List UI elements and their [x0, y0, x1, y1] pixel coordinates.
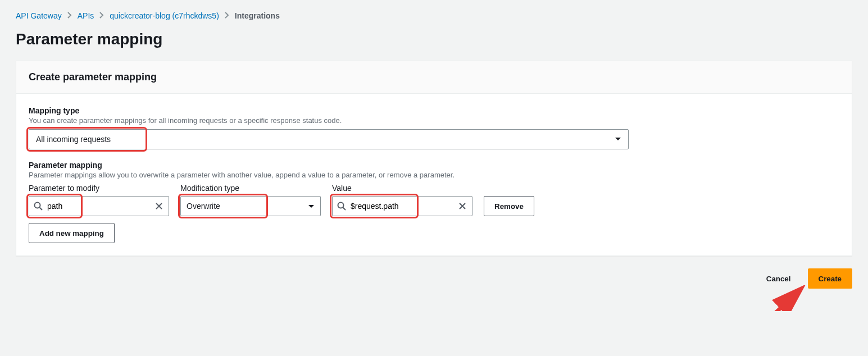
page-title: Parameter mapping [16, 30, 852, 48]
breadcrumb-link-apis[interactable]: APIs [78, 11, 94, 20]
modification-type-value: Overwrite [187, 202, 220, 211]
col-label-modification: Modification type [180, 184, 321, 193]
parameter-mapping-label: Parameter mapping [29, 161, 839, 170]
remove-mapping-button[interactable]: Remove [484, 196, 534, 216]
mapping-type-value: All incoming requests [36, 135, 111, 144]
svg-line-4 [772, 290, 800, 311]
parameter-mapping-description: Parameter mappings allow you to overwrit… [29, 171, 839, 179]
clear-parameter-button[interactable] [154, 201, 164, 211]
mapping-type-select[interactable]: All incoming requests [29, 129, 629, 149]
breadcrumb: API Gateway APIs quickcreator-blog (c7rh… [16, 11, 852, 20]
close-icon [458, 202, 466, 210]
create-parameter-mapping-panel: Create parameter mapping Mapping type Yo… [16, 61, 852, 256]
create-button[interactable]: Create [808, 268, 853, 289]
svg-line-1 [40, 208, 43, 211]
mapping-type-field: Mapping type You can create parameter ma… [29, 106, 839, 149]
value-input-wrap[interactable] [332, 196, 472, 216]
cancel-button[interactable]: Cancel [756, 268, 801, 289]
parameter-to-modify-input[interactable] [46, 201, 151, 211]
form-actions: Cancel Create [16, 268, 852, 289]
search-icon [337, 202, 346, 211]
breadcrumb-link-resource[interactable]: quickcreator-blog (c7rhckdws5) [110, 11, 219, 20]
add-new-mapping-button[interactable]: Add new mapping [29, 223, 115, 243]
value-input[interactable] [349, 201, 454, 211]
clear-value-button[interactable] [457, 201, 467, 211]
svg-point-2 [338, 203, 344, 208]
chevron-right-icon [67, 11, 72, 20]
svg-point-0 [35, 203, 40, 208]
search-icon [34, 202, 43, 211]
breadcrumb-current: Integrations [235, 11, 280, 20]
svg-line-3 [343, 208, 346, 211]
mapping-type-label: Mapping type [29, 106, 839, 115]
close-icon [155, 202, 163, 210]
parameter-mapping-field: Parameter mapping Parameter mappings all… [29, 161, 839, 216]
arrow-annotation-icon [769, 285, 808, 311]
caret-down-icon [308, 202, 315, 211]
parameter-to-modify-input-wrap[interactable] [29, 196, 169, 216]
col-label-parameter: Parameter to modify [29, 184, 169, 193]
col-label-value: Value [332, 184, 472, 193]
breadcrumb-link-api-gateway[interactable]: API Gateway [16, 11, 62, 20]
modification-type-select[interactable]: Overwrite [180, 196, 321, 216]
panel-header: Create parameter mapping [16, 61, 852, 94]
caret-down-icon [615, 137, 621, 142]
chevron-right-icon [225, 11, 229, 20]
chevron-right-icon [99, 11, 104, 20]
mapping-row: Parameter to modify [29, 184, 839, 216]
mapping-type-description: You can create parameter mappings for al… [29, 116, 839, 125]
